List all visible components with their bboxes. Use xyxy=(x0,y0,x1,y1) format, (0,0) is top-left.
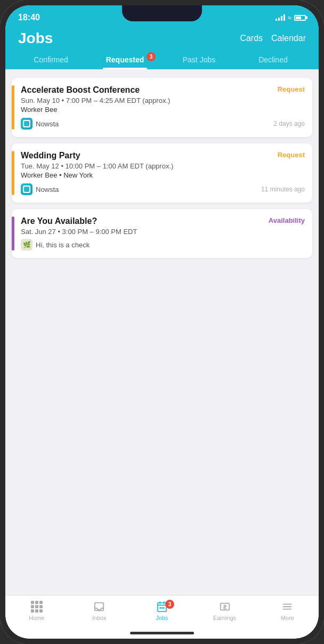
job-date: Tue. May 12 • 10:00 PM – 1:00 AM EDT (ap… xyxy=(21,162,305,170)
phone-frame: 18:40 ≈ Jobs Cards Calendar xyxy=(0,0,324,644)
job-card[interactable]: Accelerate Boost Conference Request Sun.… xyxy=(12,78,312,137)
company-logo xyxy=(21,118,33,130)
job-role: Worker Bee • New York xyxy=(21,171,305,179)
nav-label-inbox: Inbox xyxy=(92,615,107,621)
company-name: Nowsta xyxy=(36,120,59,128)
card-content: Wedding Party Request Tue. May 12 • 10:0… xyxy=(21,151,305,195)
nav-label-home: Home xyxy=(29,615,44,621)
card-border xyxy=(12,85,14,130)
page-title: Jobs xyxy=(18,30,53,47)
company-info: Nowsta xyxy=(21,183,59,195)
notch xyxy=(122,5,202,21)
company-logo xyxy=(21,183,33,195)
job-role: Worker Bee xyxy=(21,106,305,114)
jobs-badge: 3 xyxy=(165,600,174,609)
signal-icon xyxy=(276,14,285,21)
tab-past-jobs[interactable]: Past Jobs xyxy=(162,51,236,69)
nav-item-earnings[interactable]: Earnings xyxy=(193,601,256,621)
calendar-button[interactable]: Calendar xyxy=(271,34,306,43)
requested-badge: 3 xyxy=(147,52,156,61)
header-actions: Cards Calendar xyxy=(240,34,306,43)
job-tag: Request xyxy=(278,85,305,93)
phone-screen: 18:40 ≈ Jobs Cards Calendar xyxy=(5,5,319,639)
inbox-icon xyxy=(93,601,105,613)
nav-label-jobs: Jobs xyxy=(156,615,168,621)
wifi-icon: ≈ xyxy=(288,14,291,22)
job-tag: Request xyxy=(278,151,305,159)
svg-rect-5 xyxy=(159,607,161,609)
card-header: Accelerate Boost Conference Request xyxy=(21,85,305,95)
cards-button[interactable]: Cards xyxy=(240,34,263,43)
job-date: Sun. May 10 • 7:00 PM – 4:25 AM EDT (app… xyxy=(21,96,305,104)
tab-bar: Confirmed Requested 3 Past Jobs Declined xyxy=(5,47,319,69)
status-icons: ≈ xyxy=(276,14,306,22)
card-footer: Nowsta 11 minutes ago xyxy=(21,183,305,195)
job-time-ago: 11 minutes ago xyxy=(261,186,305,193)
card-border xyxy=(12,216,14,251)
home-bar xyxy=(130,632,194,634)
job-date: Sat. Jun 27 • 3:00 PM – 9:00 PM EDT xyxy=(21,228,305,236)
card-content: Accelerate Boost Conference Request Sun.… xyxy=(21,85,305,130)
card-footer: Nowsta 2 days ago xyxy=(21,118,305,130)
job-card[interactable]: Are You Available? Availability Sat. Jun… xyxy=(12,209,312,258)
job-tag: Availability xyxy=(269,216,305,224)
nav-label-more: More xyxy=(281,615,294,621)
home-icon xyxy=(31,601,43,613)
more-icon xyxy=(281,601,293,613)
job-card[interactable]: Wedding Party Request Tue. May 12 • 10:0… xyxy=(12,143,312,203)
job-time-ago: 2 days ago xyxy=(273,120,305,127)
card-header: Are You Available? Availability xyxy=(21,216,305,226)
job-title: Accelerate Boost Conference xyxy=(21,85,273,95)
tab-confirmed[interactable]: Confirmed xyxy=(14,51,88,69)
status-time: 18:40 xyxy=(18,13,40,22)
card-content: Are You Available? Availability Sat. Jun… xyxy=(21,216,305,251)
content-area: Accelerate Boost Conference Request Sun.… xyxy=(5,69,319,595)
card-header: Wedding Party Request xyxy=(21,151,305,160)
company-info: Nowsta xyxy=(21,118,59,130)
battery-icon xyxy=(294,15,306,21)
job-title: Are You Available? xyxy=(21,216,264,226)
nav-item-inbox[interactable]: Inbox xyxy=(68,601,131,621)
nav-item-more[interactable]: More xyxy=(256,601,319,621)
tab-requested[interactable]: Requested 3 xyxy=(88,51,162,69)
nav-label-earnings: Earnings xyxy=(213,615,236,621)
nav-item-jobs[interactable]: 3 Jobs xyxy=(131,601,193,621)
svg-rect-6 xyxy=(161,607,163,609)
card-border xyxy=(12,151,14,195)
svg-rect-7 xyxy=(163,607,165,609)
earnings-icon xyxy=(219,601,231,613)
nav-item-home[interactable]: Home xyxy=(5,601,68,621)
tab-declined[interactable]: Declined xyxy=(236,51,310,69)
bottom-nav: Home Inbox 3 xyxy=(5,595,319,632)
description-icon: 🌿 xyxy=(21,239,33,251)
header: Jobs Cards Calendar xyxy=(5,26,319,47)
company-name: Nowsta xyxy=(36,186,59,194)
home-bar-area xyxy=(5,632,319,639)
job-description: 🌿 Hi, this is a check xyxy=(21,239,305,251)
job-title: Wedding Party xyxy=(21,151,273,160)
